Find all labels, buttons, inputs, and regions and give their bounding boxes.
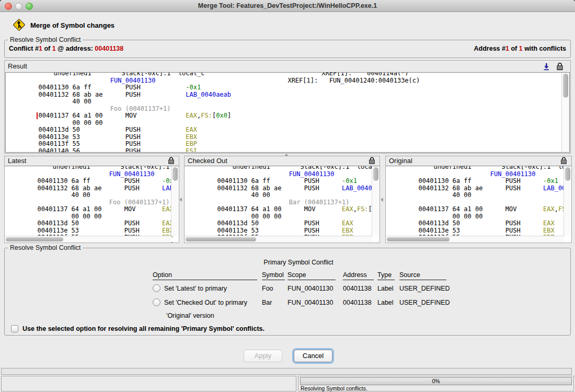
listing-line: 0040113e 53 PUSH EBX — [392, 227, 571, 235]
original-hscrollbar[interactable] — [386, 236, 564, 243]
scrollbar-thumb[interactable] — [563, 74, 568, 98]
listing-line: 00401137 64 a1 00 MOV EAX,FS:[0x0] — [11, 206, 179, 213]
cancel-button[interactable]: Cancel — [294, 350, 332, 362]
bottom-strip — [1, 368, 572, 375]
original-listing[interactable]: undefined1 Stack[-0xc]:1 local_c FUN_004… — [386, 166, 571, 243]
column-header-type: Type — [377, 271, 399, 281]
cell-type: Label — [377, 281, 399, 295]
cell-symbol: Bar — [262, 295, 288, 309]
splitter-handle[interactable] — [381, 198, 383, 202]
listing-line: 40 00 — [12, 98, 569, 106]
option-checked-out[interactable]: Set 'Checked Out' to primary — [153, 295, 262, 309]
listing-cursor — [37, 112, 38, 119]
apply-button[interactable]: Apply — [244, 350, 282, 362]
progress-message: Resolving Symbol conflicts. — [301, 385, 367, 391]
progress-bar: 0% — [300, 377, 572, 385]
listing-line: 00401130 6a ff PUSH -0x1 — [12, 84, 569, 91]
latest-listing[interactable]: undefined1 Stack[-0xc]:1 local_c FUN_004… — [5, 166, 179, 243]
listing-line: 00401137 64 a1 00 MOV EAX,FS:[0x0] — [12, 112, 569, 120]
window-title: Merge Tool: Features_DevTestProject:/Win… — [0, 0, 575, 11]
conflict-box-title: Resolve Symbol Conflict — [8, 36, 83, 43]
use-for-all-checkbox[interactable] — [11, 325, 18, 332]
checked-out-vscrollbar[interactable] — [372, 166, 380, 236]
listing-line: 00 00 00 — [191, 213, 380, 221]
result-listing[interactable]: undefined1 Stack[-0xc]:1 local_c XREF[1]… — [5, 72, 570, 153]
listing-line: 0040113d 50 PUSH EAX — [191, 220, 380, 227]
listing-line: 00401132 68 ab ae PUSH LAB_0040aeab — [12, 91, 569, 99]
listing-line: 00401137 64 a1 00 MOV EAX,FS:[0x0] — [392, 206, 571, 213]
scrollbar-thumb[interactable] — [186, 237, 256, 241]
column-header-symbol: Symbol — [262, 271, 288, 281]
original-version-note: 'Original' version — [166, 312, 214, 319]
scrollbar-thumb[interactable] — [6, 237, 63, 241]
result-vscrollbar[interactable] — [561, 73, 569, 152]
use-for-all-label[interactable]: Use the selected option for resolving al… — [22, 325, 264, 332]
column-header-scope: Scope — [288, 271, 343, 281]
original-panel: Original undefined1 Stack[-0xc]:1 local_… — [385, 156, 572, 243]
listing-line: FUN_00401130 XREF[1]: FUN_00401240:00401… — [12, 77, 569, 85]
option-latest[interactable]: Set 'Latest' to primary — [153, 281, 262, 295]
latest-hscrollbar[interactable] — [5, 236, 171, 243]
cell-symbol: Foo — [262, 281, 288, 295]
radio-latest[interactable] — [153, 284, 160, 292]
checked-out-panel: Checked Out undefined1 Stack[-0xc]:1 loc… — [184, 156, 380, 243]
lock-icon[interactable] — [556, 62, 564, 71]
latest-vscrollbar[interactable] — [171, 166, 179, 236]
use-for-all-option[interactable]: Use the selected option for resolving al… — [11, 325, 264, 332]
listing-line: 0040113f 55 PUSH EBP — [12, 141, 569, 148]
listing-line: 0040113e 53 PUSH EBX — [11, 227, 179, 235]
checked-out-hscrollbar[interactable] — [185, 236, 372, 243]
listing-line: FUN_00401130 — [191, 171, 380, 178]
listing-line: 00401130 6a ff PUSH -0x1 — [191, 178, 380, 185]
column-header-source: Source — [399, 271, 462, 281]
listing-line — [392, 199, 571, 206]
splitter-handle[interactable] — [179, 198, 182, 202]
listing-line: FUN_00401130 — [392, 171, 571, 178]
scrollbar-thumb[interactable] — [387, 237, 450, 241]
lock-icon[interactable] — [368, 156, 376, 165]
column-header-address: Address — [343, 271, 377, 281]
latest-panel: Latest undefined1 Stack[-0xc]:1 local_c … — [4, 156, 179, 243]
merge-tool-window: Merge Tool: Features_DevTestProject:/Win… — [0, 0, 575, 392]
result-panel-header: Result — [5, 61, 570, 72]
scroll-to-bottom-icon[interactable] — [542, 62, 550, 71]
listing-line: 0040113e 53 PUSH EBX — [12, 134, 569, 141]
original-panel-title: Original — [389, 157, 412, 165]
lock-icon[interactable] — [167, 156, 176, 165]
resolve-box-title: Resolve Symbol Conflict — [8, 244, 83, 251]
scrollbar-thumb[interactable] — [373, 167, 378, 181]
cell-type: Label — [377, 295, 399, 309]
cell-scope: FUN_00401130 — [288, 281, 343, 295]
merge-sign-icon — [13, 18, 25, 31]
listing-line: 00 00 00 — [11, 213, 179, 221]
radio-checked-out[interactable] — [153, 298, 160, 306]
listing-line: 00401132 68 ab ae PUSH LAB_0040aeab — [191, 185, 380, 192]
phase-title: Merge of Symbol changes — [30, 21, 114, 29]
listing-line: FUN_00401130 — [11, 171, 179, 178]
radio-latest-label[interactable]: Set 'Latest' to primary — [164, 285, 227, 292]
cell-source: USER_DEFINED — [399, 281, 462, 295]
address-counter: Address #1 of 1 with conflicts — [474, 45, 566, 52]
checked-out-listing[interactable]: undefined1 Stack[-0xc]:1 local_c FUN_004… — [185, 166, 380, 243]
listing-line: 0040113d 50 PUSH EAX — [11, 220, 179, 227]
column-header-option: Option — [153, 271, 262, 281]
checked-out-panel-title: Checked Out — [188, 157, 227, 165]
original-vscrollbar[interactable] — [564, 166, 571, 236]
listing-line: 00401130 6a ff PUSH -0x1 — [392, 178, 571, 185]
titlebar[interactable]: Merge Tool: Features_DevTestProject:/Win… — [0, 0, 575, 12]
radio-checked-out-label[interactable]: Set 'Checked Out' to primary — [164, 299, 247, 306]
listing-line: 00401132 68 ab ae PUSH LAB_0040aeab — [11, 185, 179, 192]
result-panel: Result undefined1 — [4, 60, 571, 154]
scrollbar-thumb[interactable] — [172, 167, 178, 181]
status-right: 0% Resolving Symbol conflicts. — [298, 376, 574, 391]
listing-line: 40 00 — [191, 192, 380, 199]
latest-panel-title: Latest — [8, 157, 26, 165]
listing-line: Bar (00401137+1) — [191, 199, 380, 206]
listing-line: 00401137 64 a1 00 MOV EAX,FS:[0x0] — [191, 206, 380, 213]
listing-line: 00401140 56 PUSH ESI — [12, 148, 569, 153]
listing-line: 40 00 — [11, 192, 179, 199]
cell-address: 00401138 — [343, 281, 377, 295]
scrollbar-thumb[interactable] — [565, 167, 570, 181]
listing-line: 00401132 68 ab ae PUSH LAB_0040aeab — [392, 185, 571, 192]
lock-icon[interactable] — [560, 156, 568, 165]
